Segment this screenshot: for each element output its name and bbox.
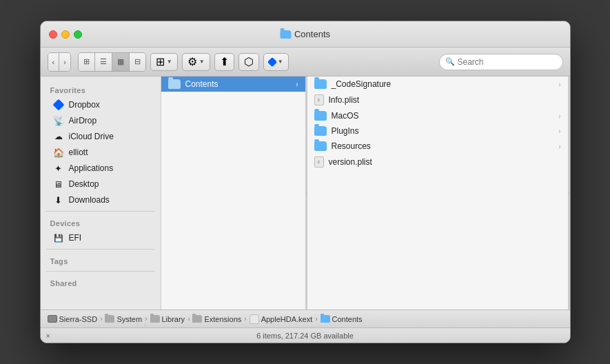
- column-item-label-contents: Contents: [185, 79, 218, 89]
- search-icon: 🔍: [445, 57, 455, 66]
- path-sep-1: ›: [100, 315, 102, 323]
- titlebar: Contents: [41, 21, 570, 48]
- icloud-icon: ☁: [53, 131, 64, 142]
- path-label-kext: AppleHDA.kext: [261, 315, 313, 323]
- folder-icon-macos: [314, 111, 327, 121]
- action-button[interactable]: ⚙ ▼: [182, 53, 210, 71]
- view-coverflow-button[interactable]: ⊟: [130, 53, 145, 71]
- file-item-infoplist[interactable]: ≡ Info.plist: [307, 92, 568, 108]
- gear-icon: ⚙: [187, 55, 197, 68]
- forward-button[interactable]: ›: [59, 53, 70, 71]
- column-item-contents[interactable]: Contents ›: [161, 77, 305, 92]
- file-label-resources: Resources: [332, 141, 371, 151]
- resize-handle-2[interactable]: · · ·: [569, 77, 570, 310]
- sidebar-label-desktop: Desktop: [69, 179, 99, 189]
- sidebar-divider-2: [46, 249, 155, 250]
- nav-group: ‹ ›: [48, 52, 71, 72]
- sidebar-item-airdrop[interactable]: 📡 AirDrop: [43, 113, 158, 128]
- sidebar-item-dropbox[interactable]: Dropbox: [43, 97, 158, 112]
- share-button[interactable]: ⬆: [214, 53, 234, 71]
- path-label-contents: Contents: [332, 315, 363, 323]
- resize-dots-2: · · ·: [566, 192, 570, 193]
- close-button[interactable]: [49, 30, 57, 39]
- action-caret: ▼: [199, 59, 205, 65]
- path-item-library[interactable]: Library: [150, 315, 185, 323]
- status-close-button[interactable]: ×: [46, 332, 50, 340]
- path-bar: Sierra-SSD › System › Library › Extensio…: [41, 310, 570, 327]
- arrange-caret: ▼: [167, 59, 172, 65]
- path-item-extensions[interactable]: Extensions: [192, 315, 241, 323]
- finder-window: Contents ‹ › ⊞ ☰ ▦ ⊟ ⊞ ▼ ⚙ ▼ ⬆: [40, 21, 571, 343]
- sidebar: Favorites Dropbox 📡 AirDrop ☁ iCloud Dri…: [41, 77, 161, 310]
- view-group: ⊞ ☰ ▦ ⊟: [78, 52, 146, 72]
- path-item-sierra[interactable]: Sierra-SSD: [48, 315, 98, 323]
- status-bar: × 6 items, 217.24 GB available: [41, 327, 570, 343]
- chevron-macos: ›: [558, 112, 560, 120]
- folder-icon-resources: [314, 141, 327, 151]
- sidebar-item-downloads[interactable]: ⬇ Downloads: [43, 192, 158, 208]
- maximize-button[interactable]: [74, 30, 82, 39]
- arrange-button[interactable]: ⊞ ▼: [150, 53, 178, 71]
- toolbar: ‹ › ⊞ ☰ ▦ ⊟ ⊞ ▼ ⚙ ▼ ⬆ ⬡ ▼: [41, 48, 570, 77]
- sidebar-item-icloud[interactable]: ☁ iCloud Drive: [43, 129, 158, 144]
- path-label-library: Library: [162, 315, 185, 323]
- search-input[interactable]: [458, 57, 557, 67]
- path-sep-4: ›: [244, 315, 246, 323]
- path-folder-icon-extensions: [192, 315, 202, 323]
- chevron-resources: ›: [558, 143, 560, 150]
- sidebar-item-home[interactable]: 🏠 elliott: [43, 145, 158, 160]
- sidebar-label-airdrop: AirDrop: [69, 116, 97, 125]
- title-text: Contents: [294, 29, 330, 39]
- efi-icon: 💾: [53, 232, 64, 243]
- sidebar-item-applications[interactable]: ✦ Applications: [43, 161, 158, 176]
- view-list-button[interactable]: ☰: [95, 53, 112, 71]
- title-folder-icon: [280, 30, 291, 39]
- dropbox-icon: [267, 57, 277, 66]
- file-item-resources[interactable]: Resources ›: [307, 139, 568, 154]
- sidebar-divider-3: [46, 271, 155, 272]
- status-text: 6 items, 217.24 GB available: [256, 332, 354, 340]
- path-sep-3: ›: [187, 315, 190, 323]
- file-item-codesig[interactable]: _CodeSignature ›: [307, 77, 568, 92]
- tag-button[interactable]: ⬡: [238, 53, 259, 71]
- kext-icon: [250, 314, 259, 324]
- view-column-button[interactable]: ▦: [112, 53, 130, 71]
- traffic-lights: [49, 30, 82, 39]
- plist-icon-info: ≡: [314, 94, 324, 105]
- share-icon: ⬆: [220, 55, 229, 68]
- sidebar-label-downloads: Downloads: [69, 195, 110, 205]
- chevron-contents: ›: [296, 81, 298, 88]
- path-sep-5: ›: [315, 315, 317, 323]
- plist-icon-version: ≡: [314, 156, 324, 168]
- resize-handle-1[interactable]: · · ·: [306, 77, 307, 310]
- dropbox-button[interactable]: ▼: [263, 53, 289, 71]
- chevron-codesig: ›: [558, 81, 560, 88]
- sidebar-section-favorites: Favorites: [41, 82, 161, 97]
- file-item-macos[interactable]: MacOS ›: [307, 108, 568, 123]
- search-box[interactable]: 🔍: [439, 54, 563, 70]
- airdrop-icon: 📡: [53, 115, 64, 126]
- path-item-kext[interactable]: AppleHDA.kext: [250, 314, 313, 324]
- sidebar-item-efi[interactable]: 💾 EFI: [43, 230, 158, 245]
- view-icon-button[interactable]: ⊞: [79, 53, 95, 71]
- back-button[interactable]: ‹: [48, 53, 60, 71]
- content-area: Contents › ⋮⋮ · · · _CodeSignature ›: [161, 77, 570, 310]
- folder-icon-plugins: [314, 126, 327, 136]
- file-item-plugins[interactable]: PlugIns ›: [307, 123, 568, 139]
- apps-icon: ✦: [53, 163, 64, 174]
- arrange-icon: ⊞: [156, 55, 165, 68]
- minimize-button[interactable]: [61, 30, 70, 39]
- window-title: Contents: [280, 29, 330, 39]
- path-label-extensions: Extensions: [204, 315, 241, 323]
- path-folder-icon-system: [105, 315, 114, 323]
- file-item-versionplist[interactable]: ≡ version.plist: [307, 154, 568, 170]
- hdd-icon: [48, 315, 57, 323]
- sidebar-label-icloud: iCloud Drive: [69, 132, 114, 141]
- sidebar-item-desktop[interactable]: 🖥 Desktop: [43, 176, 158, 192]
- path-item-contents[interactable]: Contents: [321, 315, 363, 323]
- path-label-sierra: Sierra-SSD: [59, 315, 98, 323]
- path-folder-icon-library: [150, 315, 160, 323]
- sidebar-label-applications: Applications: [69, 163, 114, 173]
- column-2: _CodeSignature › ≡ Info.plist MacOS ›: [307, 77, 569, 310]
- sidebar-section-shared: Shared: [41, 275, 161, 290]
